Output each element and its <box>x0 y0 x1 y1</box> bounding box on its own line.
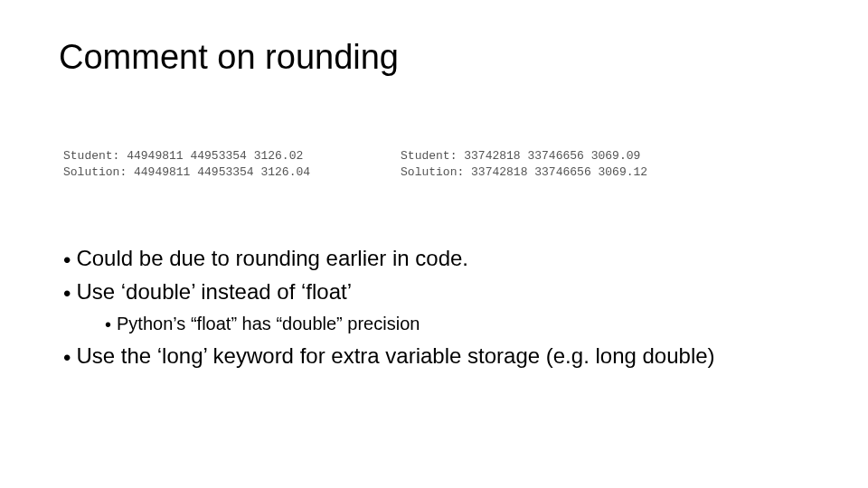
bullet-2a-text: Python’s “float” has “double” precision <box>117 314 420 333</box>
bullet-list: •Could be due to rounding earlier in cod… <box>63 244 814 375</box>
bullet-icon: • <box>105 313 111 336</box>
code-right-solution: Solution: 33742818 33746656 3069.12 <box>401 165 647 179</box>
code-columns: Student: 44949811 44953354 3126.02 Solut… <box>63 148 814 180</box>
code-block-left: Student: 44949811 44953354 3126.02 Solut… <box>63 148 310 180</box>
bullet-icon: • <box>63 246 71 274</box>
slide: Comment on rounding Student: 44949811 44… <box>0 0 868 488</box>
code-block-right: Student: 33742818 33746656 3069.09 Solut… <box>401 148 647 180</box>
bullet-1: •Could be due to rounding earlier in cod… <box>63 244 814 274</box>
code-left-student: Student: 44949811 44953354 3126.02 <box>63 149 303 163</box>
bullet-1-text: Could be due to rounding earlier in code… <box>76 246 468 270</box>
bullet-3: •Use the ‘long’ keyword for extra variab… <box>63 342 814 371</box>
bullet-3-text: Use the ‘long’ keyword for extra variabl… <box>76 343 714 368</box>
bullet-2a: •Python’s “float” has “double” precision <box>105 312 814 337</box>
bullet-2: •Use ‘double’ instead of ‘float’ <box>63 277 814 307</box>
bullet-icon: • <box>63 279 71 307</box>
bullet-icon: • <box>63 343 71 371</box>
bullet-2-text: Use ‘double’ instead of ‘float’ <box>76 279 352 304</box>
code-left-solution: Solution: 44949811 44953354 3126.04 <box>63 165 310 179</box>
code-right-student: Student: 33742818 33746656 3069.09 <box>401 149 640 163</box>
slide-title: Comment on rounding <box>59 38 399 77</box>
